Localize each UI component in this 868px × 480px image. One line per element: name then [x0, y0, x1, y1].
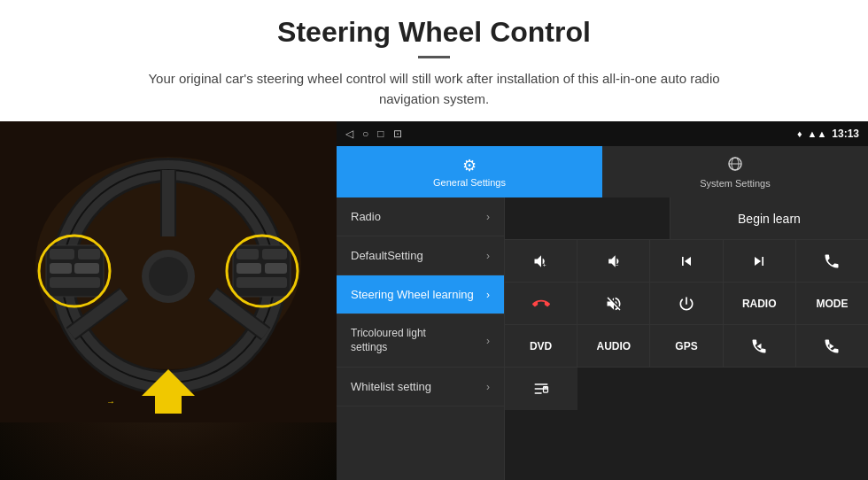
page-subtitle: Your original car's steering wheel contr… [124, 69, 744, 109]
svg-rect-16 [50, 263, 72, 274]
chevron-steering: › [486, 289, 490, 301]
tab-general-label: General Settings [433, 177, 506, 188]
svg-rect-24 [236, 277, 287, 288]
vol-up-icon: + [532, 252, 550, 270]
menu-item-steering-wheel[interactable]: Steering Wheel learning › [337, 275, 504, 314]
svg-rect-37 [535, 388, 548, 390]
hang-up-icon [532, 295, 550, 313]
status-bar-info: ♦ ▲▲ 13:13 [797, 128, 859, 140]
status-bar: ◁ ○ □ ⊡ ♦ ▲▲ 13:13 [337, 121, 868, 146]
page-title: Steering Wheel Control [18, 16, 850, 49]
radio-button[interactable]: RADIO [724, 283, 796, 324]
location-icon: ♦ [797, 128, 802, 139]
hang-up-button[interactable] [505, 283, 577, 324]
svg-rect-18 [50, 277, 100, 288]
mode-button[interactable]: MODE [796, 283, 868, 324]
menu-item-default-setting[interactable]: DefaultSetting › [337, 236, 504, 275]
chevron-tricoloured: › [486, 335, 490, 347]
status-time: 13:13 [832, 128, 859, 140]
gps-label: GPS [675, 340, 697, 352]
phone-prev-button[interactable] [724, 325, 796, 367]
chevron-whitelist: › [486, 381, 490, 393]
phone-icon [823, 252, 841, 270]
power-button[interactable] [650, 283, 723, 324]
phone-next-button[interactable] [796, 325, 868, 367]
dvd-label: DVD [530, 340, 552, 352]
menu-item-radio[interactable]: Radio › [337, 197, 504, 236]
list-icon [532, 380, 550, 398]
audio-button[interactable]: AUDIO [577, 325, 650, 367]
radio-label: RADIO [742, 298, 777, 310]
menu-label-steering: Steering Wheel learning [351, 288, 474, 301]
menu-item-whitelist[interactable]: Whitelist setting › [337, 368, 504, 406]
chevron-radio: › [486, 211, 490, 223]
tab-system-settings[interactable]: System Settings [602, 146, 868, 197]
menu-label-radio: Radio [351, 210, 381, 223]
control-row-1: + − [505, 240, 868, 283]
svg-rect-23 [265, 263, 287, 274]
top-section: Steering Wheel Control Your original car… [0, 0, 868, 121]
right-panel: ◁ ○ □ ⊡ ♦ ▲▲ 13:13 ⚙ General Settings [337, 121, 868, 480]
vol-down-icon: − [605, 252, 623, 270]
svg-rect-36 [535, 383, 548, 385]
list-icon-button[interactable] [505, 368, 577, 410]
title-divider [418, 56, 450, 58]
control-row-2: RADIO MODE [505, 283, 868, 325]
prev-track-button[interactable] [650, 240, 723, 282]
menu-label-whitelist: Whitelist setting [351, 380, 431, 393]
steering-bg: → [0, 121, 337, 480]
status-bar-nav: ◁ ○ □ ⊡ [345, 128, 402, 140]
home-icon[interactable]: ○ [362, 128, 368, 140]
audio-label: AUDIO [596, 340, 631, 352]
tab-system-label: System Settings [700, 178, 770, 189]
content-area: Radio › DefaultSetting › Steering Wheel … [337, 197, 868, 480]
mute-button[interactable] [577, 283, 650, 324]
prev-track-icon [678, 252, 695, 270]
menu-item-tricoloured[interactable]: Tricoloured lightsettings › [337, 314, 504, 368]
svg-rect-20 [236, 249, 259, 259]
svg-text:+: + [542, 261, 546, 267]
phone-button[interactable] [796, 240, 868, 282]
vol-down-button[interactable]: − [577, 240, 650, 282]
page-container: Steering Wheel Control Your original car… [0, 0, 868, 480]
menu-label-default: DefaultSetting [351, 249, 423, 262]
svg-rect-21 [262, 249, 287, 259]
general-settings-icon: ⚙ [462, 156, 477, 175]
svg-text:→: → [106, 397, 115, 406]
svg-text:−: − [615, 261, 618, 267]
recents-icon[interactable]: □ [377, 128, 384, 140]
svg-marker-34 [757, 343, 762, 349]
left-panel: → [0, 121, 337, 480]
phone-prev-icon [750, 337, 768, 355]
main-content: → ◁ ○ □ ⊡ ♦ ▲▲ 13:13 [0, 121, 868, 480]
phone-next-icon [823, 337, 841, 355]
screenshot-icon[interactable]: ⊡ [393, 128, 402, 140]
control-row-3: DVD AUDIO GPS [505, 325, 868, 368]
power-icon [678, 295, 695, 313]
mode-label: MODE [816, 298, 848, 310]
system-settings-icon [726, 155, 744, 176]
svg-point-12 [149, 257, 188, 296]
chevron-default: › [486, 250, 490, 262]
next-track-icon [750, 252, 768, 270]
begin-learn-row: Begin learn [505, 197, 868, 240]
control-row-4 [505, 368, 868, 410]
gps-button[interactable]: GPS [650, 325, 723, 367]
tab-general-settings[interactable]: ⚙ General Settings [337, 146, 602, 197]
control-panel: Begin learn + − [505, 197, 868, 480]
svg-marker-35 [830, 343, 834, 349]
svg-rect-14 [50, 249, 74, 259]
begin-learn-button[interactable]: Begin learn [670, 197, 868, 239]
svg-rect-38 [535, 392, 542, 394]
dvd-button[interactable]: DVD [505, 325, 577, 367]
vol-up-button[interactable]: + [505, 240, 577, 282]
back-icon[interactable]: ◁ [345, 128, 353, 140]
signal-icon: ▲▲ [808, 128, 827, 139]
next-track-button[interactable] [724, 240, 796, 282]
mute-icon [605, 295, 623, 313]
svg-rect-15 [78, 249, 100, 259]
svg-rect-22 [236, 263, 261, 274]
svg-rect-17 [74, 263, 99, 274]
menu-label-tricoloured: Tricoloured lightsettings [351, 327, 426, 354]
menu-list: Radio › DefaultSetting › Steering Wheel … [337, 197, 505, 480]
